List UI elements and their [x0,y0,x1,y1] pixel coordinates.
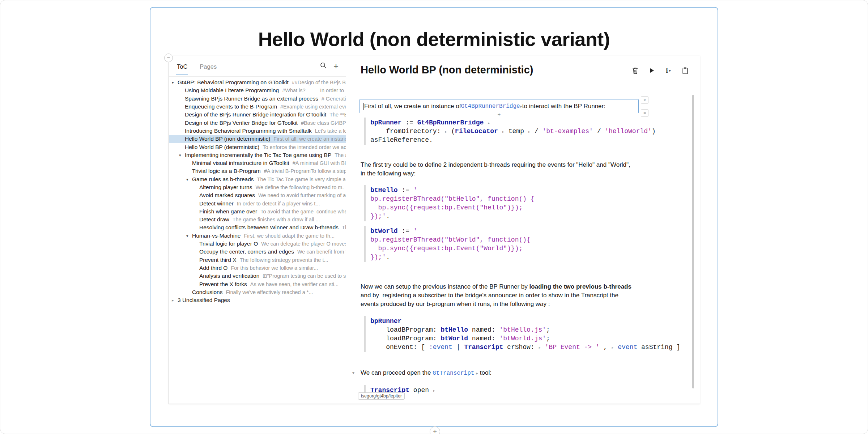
code-line: bp.registerBThread("btWorld", function()… [370,235,688,244]
code-string: ' [413,227,417,235]
code-string: bp.sync({request:bp.Event("hello")}); [370,204,523,211]
text-run: to interact with the BP Runner: [522,103,605,110]
code-text: loadBProgram: [370,335,441,342]
code-snippet[interactable]: bpRunner := Gt4BpRunnerBridge ▸ fromDire… [364,118,688,145]
code-string: bp.sync({request:bp.Event("World")}); [370,245,523,252]
code-text: , [600,344,611,351]
expand-marker-icon[interactable]: ▸ [528,129,531,135]
add-snippet-icon[interactable]: + [496,111,502,117]
snippet-menu-icon[interactable]: ≡ [641,109,648,117]
close-icon[interactable]: × [641,96,648,104]
page-title: Hello World (non deterministic variant) [150,28,718,50]
text-cursor [363,103,364,110]
code-text: named: [468,335,499,342]
toc-item[interactable]: Design of the BPjs Verifier Bridge for G… [169,119,346,127]
text-snippet[interactable]: The first try could be to define 2 indep… [361,161,688,178]
clipboard-icon [682,67,688,75]
text-line: We can proceed open the GtTranscript ▸ t… [361,369,688,378]
add-snippet-bottom-button[interactable]: + [430,426,440,434]
toc-item[interactable]: Spawning BPjs Runner Bridge as an extern… [169,95,346,103]
toc-item[interactable]: Hello World BP (non deterministic)First … [169,135,346,143]
text-snippet[interactable]: ▾We can proceed open the GtTranscript ▸ … [361,369,688,378]
code-line: bp.registerBThread("btHello", function()… [370,195,688,203]
snippet-collapse-triangle-icon[interactable]: ▾ [352,370,354,375]
code-line: loadBProgram: btWorld named: 'btWorld.js… [370,334,688,343]
collapse-panel-button[interactable]: − [164,54,173,62]
toc-item[interactable]: Prevent third XThe following strategy pr… [169,256,346,264]
toc-item[interactable]: Alterning player turnsWe define the foll… [169,183,346,191]
toc-item[interactable]: Trivial logic for player OWe can delegat… [169,240,346,248]
toc-item[interactable]: Detect drawThe game finishes with a draw… [169,216,346,224]
toc-item[interactable]: Detect winnerIn order to detect if a pla… [169,199,346,207]
inspect-dropdown[interactable]: i ▾ [663,65,674,76]
copy-button[interactable] [680,65,690,76]
toc-item-preview: #Example using external events [280,104,346,110]
code-line: onEvent: [ :event | Transcript crShow: ▸… [370,343,688,352]
toc-item[interactable]: ConclusionsFinally we've effectively rea… [169,288,346,296]
delete-button[interactable] [630,65,641,76]
play-icon [649,68,655,73]
toc-item[interactable]: Trivial logic as a B-Program#A trivial B… [169,167,346,175]
code-snippet[interactable]: btHello := 'bp.registerBThread("btHello"… [364,185,688,221]
collapse-triangle-icon[interactable]: ▾ [172,80,174,85]
toc-item[interactable]: ▸3 Unclassified Pages [169,296,346,304]
toc-item[interactable]: ▾Human-vs-MachineFirst, we should adapt … [169,232,346,240]
toc-item-title: Occupy the center, corners and edges [199,248,294,255]
add-page-icon[interactable]: + [333,63,339,70]
code-line: bpRunner := Gt4BpRunnerBridge ▸ [370,118,688,127]
toc-item[interactable]: ▾Gt4BP: Behavioral Programming on GToolk… [169,78,346,86]
toc-item[interactable]: Analysis and verification⊞"Program testi… [169,272,346,280]
code-text: ( [447,128,455,135]
database-badge[interactable]: isegorg/gt4bp/lepiter [358,392,405,400]
code-snippet[interactable]: btWorld := 'bp.registerBThread("btWorld"… [364,226,688,262]
code-text: . [386,254,390,261]
toc-item[interactable]: Resolving conflicts between Winner and D… [169,224,346,231]
toc-item[interactable]: Prevent the X forksAs we have seen, the … [169,280,346,288]
code-snippet[interactable]: bpRunner loadBProgram: btHello named: 'b… [364,316,688,352]
toc-item-title: Implementing incrementally the Tic Tac T… [185,152,331,158]
expand-marker-icon[interactable]: ▸ [502,129,505,135]
run-button[interactable] [646,65,657,76]
code-text [541,344,545,351]
toc-item-preview: The **BP [329,112,346,118]
expand-marker-icon[interactable]: ▸ [539,345,541,350]
search-icon[interactable] [320,62,327,71]
collapse-triangle-icon[interactable]: ▾ [186,177,188,182]
text-snippet[interactable]: Now we can setup the previous instance o… [361,282,688,309]
bold-text-run: loading the two previous b-threads [529,283,631,290]
toc-item[interactable]: Introducing Behavioral Programming with … [169,127,346,135]
code-line: bp.sync({request:bp.Event("hello")}); [370,203,688,212]
toc-item[interactable]: ▾Implementing incrementally the Tic Tac … [169,151,346,159]
toc-item[interactable]: Hello World BP (deterministic)To enforce… [169,143,346,151]
toc-item-title: Using Moldable Literate Programming [185,87,279,94]
app-window: Hello World (non deterministic variant) … [0,0,868,434]
expand-triangle-icon[interactable]: ▸ [172,298,174,303]
collapse-triangle-icon[interactable]: ▾ [186,233,188,238]
toc-item-preview: As we have seen, the verifier can sti... [250,281,346,287]
toc-item-title: Gt4BP: Behavioral Programming on GToolki… [178,79,289,86]
toc-item-title: 3 Unclassified Pages [178,297,230,303]
selected-text-snippet[interactable]: First of all, we create an instance of G… [359,99,639,113]
collapse-triangle-icon[interactable]: ▾ [179,153,181,157]
toc-item[interactable]: Avoid marked squaresWe need to avoid fur… [169,191,346,199]
expand-marker-icon[interactable]: ▸ [433,388,435,393]
code-variable: event [618,344,637,351]
tab-pages[interactable]: Pages [199,58,217,75]
toc-item[interactable]: Using Moldable Literate Programming#What… [169,86,346,94]
toc-item[interactable]: Design of the BPjs Runner Bridge integra… [169,111,346,119]
toc-item[interactable]: Minimal visual infrastructure in GToolki… [169,159,346,167]
toc-item[interactable]: Enqueueing events to the B-Program#Examp… [169,103,346,111]
toc-item-title: Resolving conflicts between Winner and D… [199,224,339,231]
code-snippet[interactable]: Transcript open ▸ [364,385,688,395]
toc-item-title: Detect winner [199,200,234,207]
toc-item[interactable]: Finish when game overTo avoid that the g… [169,208,346,216]
toc-item[interactable]: Occupy the center, corners and edgesWe c… [169,248,346,256]
toc-item[interactable]: ▾Game rules as b-threadsThe Tic Tac Toe … [169,175,346,183]
tab-toc[interactable]: ToC [176,58,188,75]
toc-item-preview: # Generating [322,96,346,102]
content-scrollbar[interactable] [692,95,694,388]
expand-marker-icon[interactable]: ▸ [488,121,490,126]
toc-item-title: Trivial logic as a B-Program [192,168,261,174]
toc-item[interactable]: Add third OFor this behavior we follow a… [169,264,346,272]
code-line: btWorld := ' [370,227,688,235]
